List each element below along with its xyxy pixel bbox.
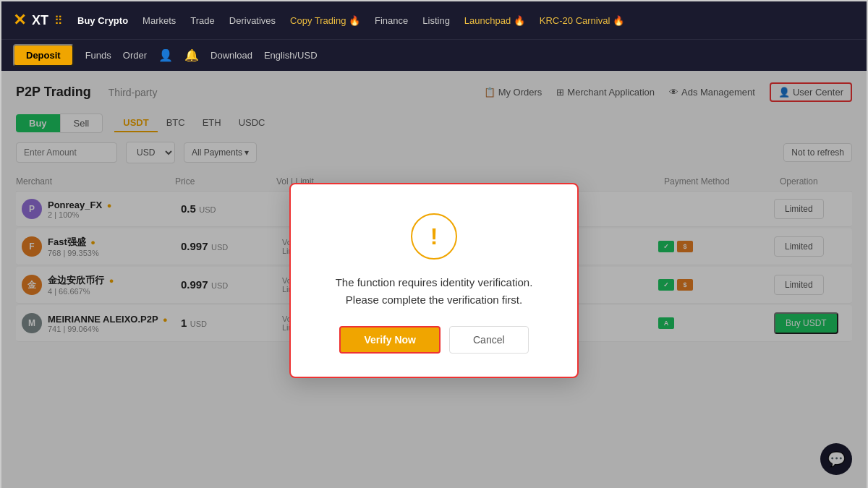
nav-derivatives[interactable]: Derivatives bbox=[229, 15, 276, 26]
funds-link[interactable]: Funds bbox=[85, 50, 111, 61]
logo-dots-icon: ⠿ bbox=[54, 14, 63, 27]
nav-listing[interactable]: Listing bbox=[422, 15, 450, 26]
download-link[interactable]: Download bbox=[210, 50, 252, 61]
modal-buttons: Verify Now Cancel bbox=[320, 326, 548, 354]
deposit-button[interactable]: Deposit bbox=[13, 44, 74, 67]
cancel-button[interactable]: Cancel bbox=[449, 326, 529, 354]
modal-warning-icon: ! bbox=[411, 213, 457, 260]
nav-buy-crypto[interactable]: Buy Crypto bbox=[77, 15, 128, 26]
language-selector[interactable]: English/USD bbox=[264, 50, 318, 61]
app-container: ✕ XT ⠿ Buy Crypto Markets Trade Derivati… bbox=[0, 0, 868, 488]
logo-area[interactable]: ✕ XT ⠿ bbox=[13, 11, 63, 30]
logo-text: XT bbox=[32, 13, 48, 28]
verify-now-button[interactable]: Verify Now bbox=[339, 326, 441, 354]
page-content: P2P Trading Third-party 📋 My Orders ⊞ Me… bbox=[1, 71, 867, 488]
nav-copy-trading[interactable]: Copy Trading 🔥 bbox=[290, 15, 360, 26]
top-nav: ✕ XT ⠿ Buy Crypto Markets Trade Derivati… bbox=[1, 1, 867, 39]
modal-message: The function requires identity verificat… bbox=[320, 274, 548, 309]
modal-overlay: ! The function requires identity verific… bbox=[1, 71, 867, 488]
profile-icon[interactable]: 👤 bbox=[158, 48, 173, 62]
nav-trade[interactable]: Trade bbox=[190, 15, 214, 26]
sec-nav: Deposit Funds Order 👤 🔔 Download English… bbox=[1, 39, 867, 71]
nav-finance[interactable]: Finance bbox=[375, 15, 408, 26]
nav-markets[interactable]: Markets bbox=[142, 15, 176, 26]
order-link[interactable]: Order bbox=[123, 50, 147, 61]
notification-icon[interactable]: 🔔 bbox=[184, 48, 199, 62]
nav-krc20[interactable]: KRC-20 Carnival 🔥 bbox=[540, 15, 624, 26]
exclamation-icon: ! bbox=[430, 225, 438, 248]
logo-icon: ✕ bbox=[13, 11, 26, 30]
verification-modal: ! The function requires identity verific… bbox=[289, 183, 579, 378]
nav-launchpad[interactable]: Launchpad 🔥 bbox=[464, 15, 525, 26]
